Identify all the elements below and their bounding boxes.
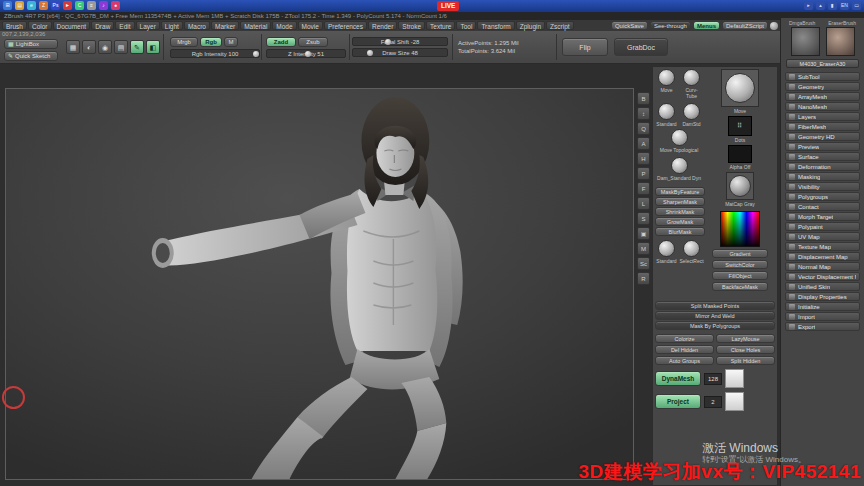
mask-button[interactable]: SharpenMask — [655, 197, 705, 206]
menu-item[interactable]: Brush — [2, 21, 27, 30]
tool-menu-item[interactable]: Vector Displacement Map — [785, 272, 860, 281]
m-button[interactable]: M — [224, 37, 238, 47]
tool-menu-item[interactable]: SubTool — [785, 72, 860, 81]
tool-menu-item[interactable]: Unified Skin — [785, 282, 860, 291]
menu-item[interactable]: Light — [161, 21, 183, 30]
brush-thumb[interactable]: Standard — [655, 240, 678, 266]
mask-button[interactable]: GrowMask — [655, 217, 705, 226]
alpha-thumb[interactable] — [728, 145, 752, 163]
rotate-icon[interactable]: R — [637, 272, 650, 285]
menu-item[interactable]: Color — [28, 21, 52, 30]
tool-menu-item[interactable]: Morph Target — [785, 212, 860, 221]
menu-item[interactable]: Stroke — [398, 21, 425, 30]
menu-item[interactable]: Render — [368, 21, 397, 30]
photoshop-icon[interactable]: Ps — [51, 1, 60, 10]
tool-menu-item[interactable]: Normal Map — [785, 262, 860, 271]
menu-item[interactable]: Material — [240, 21, 271, 30]
brush-preview-thumb[interactable] — [791, 27, 820, 56]
dynamesh-button[interactable]: DynaMesh — [655, 371, 701, 386]
brush-thumb[interactable]: DamStd — [680, 103, 703, 129]
tool-menu-item[interactable]: ArrayMesh — [785, 92, 860, 101]
notes-icon[interactable]: ≡ — [87, 1, 96, 10]
layers-icon[interactable]: ▤ — [114, 40, 128, 54]
see-through-slider[interactable]: See-through — [650, 21, 691, 30]
tray-button[interactable]: LazyMouse — [716, 334, 775, 343]
lightbox-button[interactable]: ▦ LightBox — [4, 39, 58, 49]
aa-half-icon[interactable]: H — [637, 152, 650, 165]
tool-menu-item[interactable]: Texture Map — [785, 242, 860, 251]
material-thumb[interactable] — [726, 172, 754, 200]
z-intensity-slider[interactable]: Z Intensity 51 — [266, 49, 346, 58]
mask-button[interactable]: BlurMask — [655, 227, 705, 236]
eraser-preview-thumb[interactable] — [826, 27, 855, 56]
gradient-button[interactable]: Gradient — [712, 249, 768, 258]
zadd-button[interactable]: Zadd — [266, 37, 296, 47]
default-zscript-button[interactable]: DefaultZScript — [722, 21, 768, 30]
slider-knob[interactable] — [385, 39, 391, 45]
color-picker[interactable] — [720, 211, 760, 247]
tool-menu-item[interactable]: UV Map — [785, 232, 860, 241]
brush-thumb[interactable]: Move — [655, 69, 678, 101]
current-tool-name[interactable]: M4030_EraserA30 — [786, 59, 859, 68]
menu-item[interactable]: Layer — [136, 21, 160, 30]
tool-menu-item[interactable]: Geometry HD — [785, 132, 860, 141]
media-player-icon[interactable]: ► — [63, 1, 72, 10]
tool-menu-item[interactable]: Displacement Map — [785, 252, 860, 261]
menu-item[interactable]: Document — [53, 21, 91, 30]
local-icon[interactable]: L — [637, 197, 650, 210]
focal-shift-slider[interactable]: Focal Shift -28 — [352, 37, 448, 46]
help-icon[interactable] — [770, 22, 778, 30]
tool-menu-item[interactable]: Display Properties — [785, 292, 860, 301]
menu-item[interactable]: Mode — [272, 21, 296, 30]
mask-button[interactable]: ShrinkMask — [655, 207, 705, 216]
draw-pen-icon[interactable]: ✎ — [130, 40, 144, 54]
explorer-icon[interactable]: ▤ — [15, 1, 24, 10]
actual-size-icon[interactable]: A — [637, 137, 650, 150]
dynamesh-thumb[interactable] — [725, 369, 744, 388]
tool-menu-item[interactable]: Geometry — [785, 82, 860, 91]
lsym-icon[interactable]: S — [637, 212, 650, 225]
tool-menu-item[interactable]: Export — [785, 322, 860, 331]
music-icon[interactable]: ♪ — [99, 1, 108, 10]
menu-item[interactable]: Movie — [298, 21, 323, 30]
scale-icon[interactable]: Sc — [637, 257, 650, 270]
brush-thumb[interactable]: SelectRect — [680, 240, 703, 266]
menu-item[interactable]: Zplugin — [516, 21, 545, 30]
tool-menu-item[interactable]: Initialize — [785, 302, 860, 311]
tray-button[interactable]: Del Hidden — [655, 345, 714, 354]
light-icon[interactable]: ◐ — [82, 40, 96, 54]
dynamesh-resolution[interactable]: 128 — [704, 373, 722, 385]
tool-menu-item[interactable]: Masking — [785, 172, 860, 181]
move-icon[interactable]: M — [637, 242, 650, 255]
volume-icon[interactable]: ▸ — [804, 1, 813, 10]
tray-button[interactable]: Auto Groups — [655, 356, 714, 365]
tray-button[interactable]: Split Hidden — [716, 356, 775, 365]
project-thumb[interactable] — [725, 392, 744, 411]
tool-menu-item[interactable]: Polypaint — [785, 222, 860, 231]
paint-icon[interactable]: ◧ — [146, 40, 160, 54]
slider-knob[interactable] — [305, 51, 311, 57]
menu-item[interactable]: Tool — [456, 21, 476, 30]
recorder-icon[interactable]: ● — [111, 1, 120, 10]
tray-button[interactable]: Colorize — [655, 334, 714, 343]
chat-icon[interactable]: C — [75, 1, 84, 10]
tool-menu-item[interactable]: Deformation — [785, 162, 860, 171]
menu-item[interactable]: Marker — [211, 21, 239, 30]
eye-icon[interactable]: ◉ — [98, 40, 112, 54]
language-icon[interactable]: EN — [840, 1, 849, 10]
grabdoc-button[interactable]: GrabDoc — [614, 38, 668, 56]
network-icon[interactable]: ▴ — [816, 1, 825, 10]
quick-sketch-button[interactable]: ✎ Quick Sketch — [4, 51, 58, 61]
menu-item[interactable]: Transform — [477, 21, 514, 30]
backface-mask-button[interactable]: BackfaceMask — [712, 282, 768, 291]
menu-item[interactable]: Texture — [426, 21, 455, 30]
rgb-intensity-slider[interactable]: Rgb Intensity 100 — [170, 49, 260, 58]
fill-object-button[interactable]: FillObject — [712, 271, 768, 280]
persp-icon[interactable]: P — [637, 167, 650, 180]
tool-menu-item[interactable]: Layers — [785, 112, 860, 121]
battery-icon[interactable]: ▮ — [828, 1, 837, 10]
menu-item[interactable]: Macro — [184, 21, 210, 30]
switch-color-button[interactable]: SwitchColor — [712, 260, 768, 269]
brush-thumb[interactable]: Move Topological — [655, 129, 703, 155]
menu-item[interactable]: Draw — [91, 21, 114, 30]
